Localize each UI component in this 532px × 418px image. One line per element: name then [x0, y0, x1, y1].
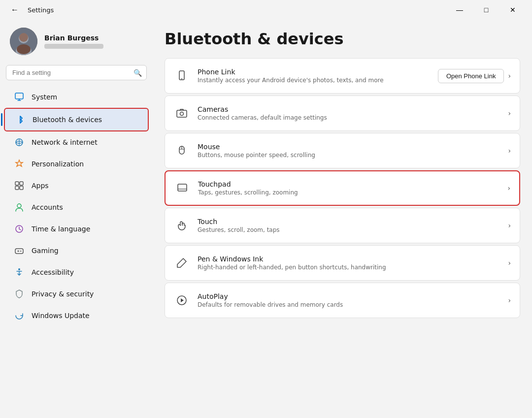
setting-card-mouse[interactable]: Mouse Buttons, mouse pointer speed, scro…	[165, 133, 520, 168]
autoplay-icon	[174, 292, 190, 308]
svg-rect-7	[15, 182, 19, 185]
setting-card-pen[interactable]: Pen & Windows Ink Right-handed or left-h…	[165, 245, 520, 281]
phone-link-desc: Instantly access your Android device's p…	[198, 77, 430, 84]
touch-text: Touch Gestures, scroll, zoom, taps	[198, 218, 500, 233]
pen-title: Pen & Windows Ink	[198, 255, 500, 263]
close-button[interactable]: ✕	[501, 2, 524, 18]
svg-rect-17	[177, 110, 187, 117]
sidebar-item-label: Gaming	[32, 247, 59, 255]
mouse-title: Mouse	[198, 143, 500, 151]
sidebar-item-privacy[interactable]: Privacy & security	[4, 283, 149, 305]
open-phone-link-button[interactable]: Open Phone Link	[438, 69, 504, 83]
phone-link-title: Phone Link	[198, 68, 430, 76]
autoplay-text: AutoPlay Defaults for removable drives a…	[198, 292, 500, 308]
touch-action: ›	[508, 222, 511, 229]
cameras-icon	[174, 105, 190, 121]
setting-card-touch[interactable]: Touch Gestures, scroll, zoom, taps ›	[165, 208, 520, 243]
svg-point-4	[17, 44, 31, 54]
sidebar-item-gaming[interactable]: Gaming	[4, 240, 149, 261]
phone-link-text: Phone Link Instantly access your Android…	[198, 68, 430, 84]
sidebar-item-label: Network & internet	[32, 138, 98, 146]
autoplay-action: ›	[508, 296, 511, 304]
page-title: Bluetooth & devices	[165, 30, 520, 48]
chevron-right-icon: ›	[508, 72, 511, 80]
touch-title: Touch	[198, 218, 500, 225]
bluetooth-icon	[15, 114, 26, 125]
sidebar-item-label: Accessibility	[32, 268, 74, 276]
user-section: Brian Burgess	[0, 20, 153, 65]
chevron-right-icon: ›	[508, 259, 511, 267]
mouse-action: ›	[508, 147, 511, 155]
setting-card-cameras[interactable]: Cameras Connected cameras, default image…	[165, 96, 520, 131]
sidebar-item-time[interactable]: Time & language	[4, 218, 149, 240]
cameras-action: ›	[508, 109, 511, 117]
sidebar-item-personalization[interactable]: Personalization	[4, 153, 149, 175]
update-icon	[14, 310, 25, 321]
touchpad-desc: Taps, gestures, scrolling, zooming	[198, 189, 499, 196]
svg-rect-20	[178, 184, 187, 191]
sidebar-item-network[interactable]: Network & internet	[4, 131, 149, 153]
pen-desc: Right-handed or left-handed, pen button …	[198, 264, 500, 271]
touch-desc: Gestures, scroll, zoom, taps	[198, 226, 500, 233]
phone-link-action: Open Phone Link›	[438, 69, 511, 83]
settings-list: Phone Link Instantly access your Android…	[165, 58, 520, 318]
personalization-icon	[14, 159, 25, 169]
touchpad-action: ›	[507, 184, 510, 192]
sidebar-item-accounts[interactable]: Accounts	[4, 196, 149, 218]
mouse-desc: Buttons, mouse pointer speed, scrolling	[198, 152, 500, 159]
user-info: Brian Burgess	[44, 34, 103, 49]
chevron-right-icon: ›	[507, 184, 510, 192]
svg-rect-5	[15, 93, 23, 99]
pen-icon	[174, 255, 190, 271]
setting-card-autoplay[interactable]: AutoPlay Defaults for removable drives a…	[165, 283, 520, 318]
cameras-desc: Connected cameras, default image setting…	[198, 114, 500, 121]
sidebar-item-label: Personalization	[32, 160, 84, 168]
sidebar-item-label: Windows Update	[32, 312, 90, 320]
back-button[interactable]: ←	[8, 3, 22, 17]
svg-point-18	[180, 112, 184, 116]
mouse-icon	[174, 143, 190, 159]
network-icon	[14, 137, 25, 148]
sidebar-item-label: System	[32, 93, 57, 101]
title-bar: ← Settings — □ ✕	[0, 0, 532, 20]
search-input[interactable]	[6, 65, 147, 80]
svg-rect-10	[20, 186, 23, 190]
time-icon	[14, 224, 25, 234]
svg-point-14	[18, 268, 20, 270]
touchpad-title: Touchpad	[198, 180, 499, 188]
window-controls: — □ ✕	[448, 2, 524, 18]
sidebar-item-apps[interactable]: Apps	[4, 175, 149, 196]
touch-icon	[174, 218, 190, 233]
search-icon: 🔍	[133, 69, 142, 77]
svg-rect-13	[15, 249, 23, 254]
sidebar-item-label: Privacy & security	[32, 290, 94, 298]
system-icon	[14, 92, 25, 102]
svg-point-16	[181, 78, 182, 79]
user-email-bar	[44, 44, 103, 49]
touchpad-icon	[174, 180, 190, 196]
touchpad-text: Touchpad Taps, gestures, scrolling, zoom…	[198, 180, 499, 196]
sidebar-item-label: Time & language	[32, 225, 90, 233]
svg-point-3	[19, 33, 28, 42]
chevron-right-icon: ›	[508, 296, 511, 304]
sidebar-item-bluetooth[interactable]: Bluetooth & devices	[4, 108, 149, 131]
main-content: Bluetooth & devices Phone Link Instantly…	[153, 20, 532, 418]
apps-icon	[14, 180, 25, 191]
sidebar-item-system[interactable]: System	[4, 86, 149, 108]
app-body: Brian Burgess 🔍 System Bluetooth & devic…	[0, 20, 532, 418]
sidebar-item-accessibility[interactable]: Accessibility	[4, 261, 149, 283]
svg-point-11	[17, 204, 21, 208]
sidebar-item-update[interactable]: Windows Update	[4, 305, 149, 326]
setting-card-touchpad[interactable]: Touchpad Taps, gestures, scrolling, zoom…	[165, 170, 520, 206]
accessibility-icon	[14, 267, 25, 278]
autoplay-title: AutoPlay	[198, 292, 500, 300]
phone-link-icon	[174, 68, 190, 84]
maximize-button[interactable]: □	[475, 2, 498, 18]
svg-rect-8	[20, 182, 23, 185]
sidebar: Brian Burgess 🔍 System Bluetooth & devic…	[0, 20, 153, 418]
minimize-button[interactable]: —	[448, 2, 471, 18]
cameras-text: Cameras Connected cameras, default image…	[198, 105, 500, 121]
pen-text: Pen & Windows Ink Right-handed or left-h…	[198, 255, 500, 271]
setting-card-phone-link[interactable]: Phone Link Instantly access your Android…	[165, 58, 520, 94]
avatar	[10, 28, 37, 55]
